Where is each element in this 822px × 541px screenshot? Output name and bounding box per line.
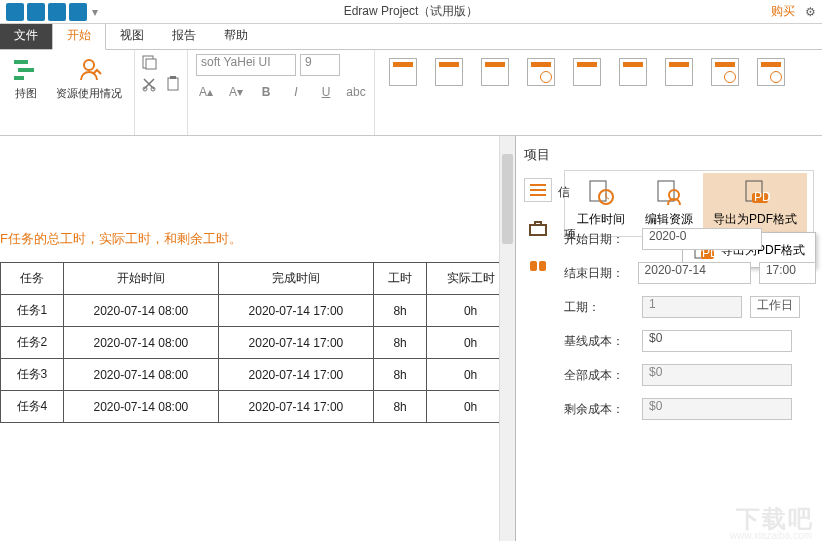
svg-rect-15 xyxy=(530,261,537,271)
gallery-item-6[interactable] xyxy=(619,58,647,86)
qat-dropdown-icon[interactable]: ▾ xyxy=(92,5,98,19)
project-panel: 项目 信 项 工作时间 编辑资源 PDF 导出为PDF格式 PDF 导出为PD xyxy=(516,136,822,541)
table-header: 完成时间 xyxy=(218,263,373,295)
ribbon: 持图 资源使用情况 soft YaHei UI 9 A▴ A▾ B I U ab… xyxy=(0,50,822,136)
copy-icon[interactable] xyxy=(141,54,157,70)
gallery-item-8[interactable] xyxy=(711,58,739,86)
gallery-item-1[interactable] xyxy=(389,58,417,86)
svg-rect-5 xyxy=(146,59,156,69)
clock-icon xyxy=(586,179,616,207)
scrollbar-thumb[interactable] xyxy=(502,154,513,244)
end-date-label: 结束日期： xyxy=(564,265,630,282)
font-name-select[interactable]: soft YaHei UI xyxy=(196,54,296,76)
duration-label: 工期： xyxy=(564,299,634,316)
table-cell: 2020-07-14 08:00 xyxy=(63,391,218,423)
pdf-export-icon: PDF xyxy=(740,179,770,207)
report-pane: F任务的总工时，实际工时，和剩余工时。 任务开始时间完成时间工时实际工时 任务1… xyxy=(0,136,516,541)
duration-input[interactable]: 1 xyxy=(642,296,742,318)
quick-access-toolbar: ▾ Edraw Project（试用版） 购买 ⚙ xyxy=(0,0,822,24)
table-cell: 2020-07-14 08:00 xyxy=(63,295,218,327)
baseline-cost-input[interactable]: $0 xyxy=(642,330,792,352)
task-table: 任务开始时间完成时间工时实际工时 任务12020-07-14 08:002020… xyxy=(0,262,515,423)
tab-help[interactable]: 帮助 xyxy=(210,22,262,49)
cut-icon[interactable] xyxy=(141,76,157,92)
increase-font-icon[interactable]: A▴ xyxy=(196,82,216,102)
svg-rect-9 xyxy=(170,76,176,79)
report-caption: F任务的总工时，实际工时，和剩余工时。 xyxy=(0,136,515,262)
table-header: 开始时间 xyxy=(63,263,218,295)
qat-undo-icon[interactable] xyxy=(27,3,45,21)
svg-rect-1 xyxy=(18,68,34,72)
svg-rect-10 xyxy=(530,184,546,186)
remain-cost-label: 剩余成本： xyxy=(564,401,634,418)
gallery-item-4[interactable] xyxy=(527,58,555,86)
gallery-item-5[interactable] xyxy=(573,58,601,86)
gallery-item-7[interactable] xyxy=(665,58,693,86)
table-cell: 8h xyxy=(373,327,426,359)
exportpdf-label: 导出为PDF格式 xyxy=(713,211,797,228)
svg-rect-2 xyxy=(14,76,24,80)
bold-icon[interactable]: B xyxy=(256,82,276,102)
sidetab-link[interactable] xyxy=(524,254,552,278)
end-time-input[interactable]: 17:00 xyxy=(759,262,816,284)
table-cell: 2020-07-14 08:00 xyxy=(63,359,218,391)
resource-usage-button[interactable]: 资源使用情况 xyxy=(52,54,126,103)
tab-report[interactable]: 报告 xyxy=(158,22,210,49)
start-date-input[interactable]: 2020-0 xyxy=(642,228,762,250)
gantt-icon xyxy=(12,56,40,84)
svg-rect-13 xyxy=(530,225,546,235)
settings-gear-icon[interactable]: ⚙ xyxy=(805,5,816,19)
editres-label: 编辑资源 xyxy=(645,211,693,228)
tab-home[interactable]: 开始 xyxy=(52,21,106,50)
clipboard-group xyxy=(135,50,188,135)
table-cell: 2020-07-14 08:00 xyxy=(63,327,218,359)
table-row: 任务42020-07-14 08:002020-07-14 17:008h0h xyxy=(1,391,515,423)
decrease-font-icon[interactable]: A▾ xyxy=(226,82,246,102)
svg-rect-0 xyxy=(14,60,28,64)
vertical-scrollbar[interactable] xyxy=(499,136,515,541)
workspace: F任务的总工时，实际工时，和剩余工时。 任务开始时间完成时间工时实际工时 任务1… xyxy=(0,136,822,541)
underline-icon[interactable]: U xyxy=(316,82,336,102)
gantt-button[interactable]: 持图 xyxy=(8,54,44,103)
table-cell: 8h xyxy=(373,359,426,391)
table-cell: 任务2 xyxy=(1,327,64,359)
table-header: 工时 xyxy=(373,263,426,295)
watermark-url: www.xiazaiba.com xyxy=(730,530,812,541)
baseline-cost-label: 基线成本： xyxy=(564,333,634,350)
exportpdf-button[interactable]: PDF 导出为PDF格式 xyxy=(703,173,807,234)
svg-rect-8 xyxy=(168,78,178,90)
italic-icon[interactable]: I xyxy=(286,82,306,102)
worktime-button[interactable]: 工作时间 xyxy=(567,173,635,234)
qat-print-icon[interactable] xyxy=(69,3,87,21)
gallery-item-9[interactable] xyxy=(757,58,785,86)
table-header: 任务 xyxy=(1,263,64,295)
gallery-item-3[interactable] xyxy=(481,58,509,86)
qat-save-icon[interactable] xyxy=(6,3,24,21)
strike-icon[interactable]: abc xyxy=(346,82,366,102)
table-cell: 任务1 xyxy=(1,295,64,327)
gallery-item-2[interactable] xyxy=(435,58,463,86)
buy-link[interactable]: 购买 xyxy=(771,3,795,20)
table-cell: 任务4 xyxy=(1,391,64,423)
tab-file[interactable]: 文件 xyxy=(0,22,52,49)
svg-rect-16 xyxy=(539,261,546,271)
svg-rect-12 xyxy=(530,194,546,196)
sidetab-info[interactable] xyxy=(524,178,552,202)
table-cell: 2020-07-14 17:00 xyxy=(218,295,373,327)
table-cell: 2020-07-14 17:00 xyxy=(218,359,373,391)
tab-view[interactable]: 视图 xyxy=(106,22,158,49)
table-cell: 2020-07-14 17:00 xyxy=(218,327,373,359)
end-date-input[interactable]: 2020-07-14 xyxy=(638,262,751,284)
duration-unit[interactable]: 工作日 xyxy=(750,296,800,318)
editres-button[interactable]: 编辑资源 xyxy=(635,173,703,234)
resource-usage-label: 资源使用情况 xyxy=(56,86,122,101)
paste-icon[interactable] xyxy=(165,76,181,92)
qat-redo-icon[interactable] xyxy=(48,3,66,21)
panel-toolbar: 工作时间 编辑资源 PDF 导出为PDF格式 xyxy=(564,170,814,237)
table-cell: 8h xyxy=(373,295,426,327)
font-size-select[interactable]: 9 xyxy=(300,54,340,76)
gantt-label: 持图 xyxy=(15,86,37,101)
table-row: 任务22020-07-14 08:002020-07-14 17:008h0h xyxy=(1,327,515,359)
total-cost-label: 全部成本： xyxy=(564,367,634,384)
sidetab-briefcase[interactable] xyxy=(524,216,552,240)
